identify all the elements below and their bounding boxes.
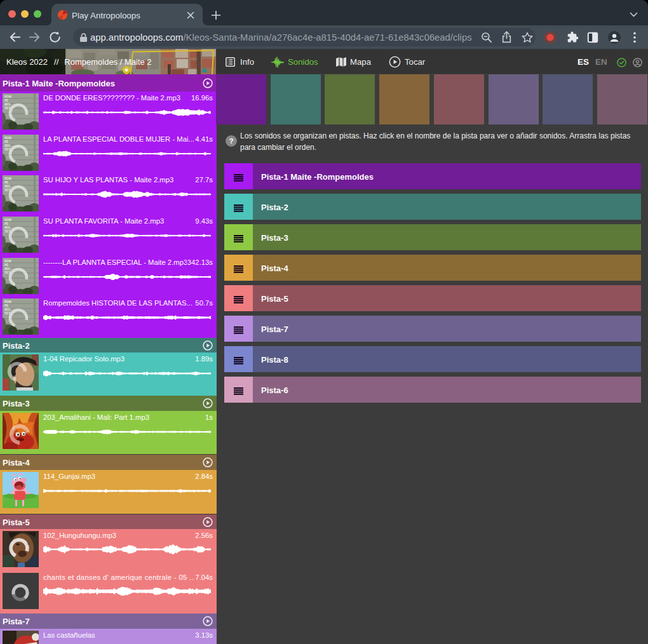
svg-text:MOL: MOL [4, 226, 11, 229]
svg-text:ROM: ROM [4, 95, 11, 98]
svg-text:PE: PE [4, 99, 8, 102]
svg-text:ROM: ROM [4, 137, 11, 140]
svg-text:PE: PE [4, 222, 8, 225]
svg-text:ROM: ROM [4, 218, 11, 222]
svg-text:PE: PE [4, 304, 8, 307]
svg-text:MOL: MOL [4, 267, 11, 271]
svg-text:MOL: MOL [4, 185, 11, 188]
svg-text:PE: PE [4, 140, 8, 144]
svg-text:MOL: MOL [4, 103, 11, 106]
svg-text:ROM: ROM [4, 300, 11, 304]
svg-text:MOL: MOL [4, 144, 11, 147]
svg-text:ROM: ROM [4, 177, 11, 180]
svg-text:ROM: ROM [4, 260, 11, 263]
svg-text:PE: PE [4, 264, 8, 267]
svg-text:PE: PE [4, 181, 8, 184]
svg-text:MOL: MOL [4, 308, 11, 311]
